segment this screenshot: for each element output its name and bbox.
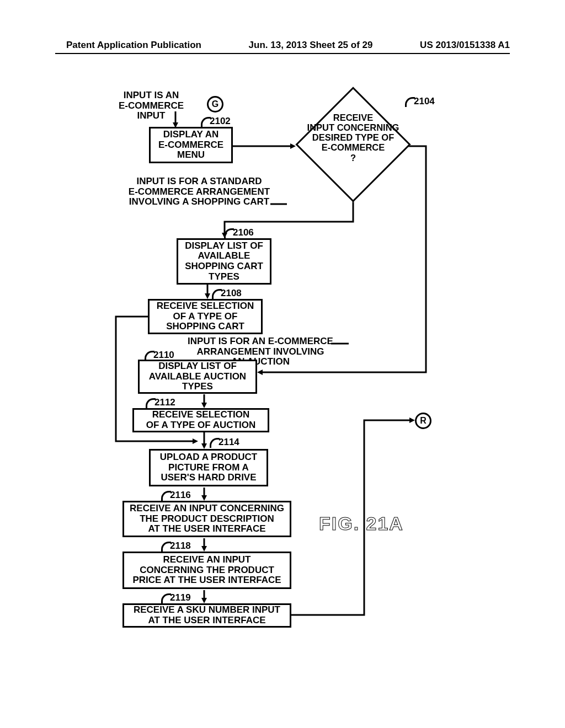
- ref-2106: 2106: [233, 227, 254, 238]
- hook-2106: [224, 228, 234, 238]
- hook-2112: [146, 398, 156, 408]
- box-2114: UPLOAD A PRODUCT PICTURE FROM A USER'S H…: [149, 449, 268, 486]
- box-2118: RECEIVE AN INPUT CONCERNING THE PRODUCT …: [122, 552, 291, 589]
- header-center: Jun. 13, 2013 Sheet 25 of 29: [249, 40, 373, 51]
- figure-label: FIG. 21A: [319, 513, 404, 534]
- hook-2104: [405, 97, 415, 107]
- box-2102: DISPLAY AN E-COMMERCE MENU: [149, 127, 233, 163]
- label-input-ecommerce: INPUT IS AN E-COMMERCE INPUT: [113, 90, 190, 121]
- decision-2104: RECEIVE INPUT CONCERNING DESIRED TYPE OF…: [295, 100, 411, 189]
- page-header: Patent Application Publication Jun. 13, …: [0, 40, 565, 51]
- hook-2118: [161, 542, 171, 552]
- ref-2104: 2104: [414, 96, 435, 107]
- svg-marker-20: [409, 417, 415, 423]
- header-rule: [55, 53, 510, 54]
- hook-2110: [145, 351, 154, 361]
- ref-2114: 2114: [218, 437, 239, 448]
- hook-2119: [161, 593, 171, 603]
- svg-marker-13: [193, 438, 198, 444]
- ref-2112: 2112: [154, 397, 175, 408]
- label-input-standard: INPUT IS FOR A STANDARD E-COMMERCE ARRAN…: [119, 176, 279, 207]
- box-2119: RECEIVE A SKU NUMBER INPUT AT THE USER I…: [122, 603, 291, 628]
- box-2112: RECEIVE SELECTION OF A TYPE OF AUCTION: [132, 408, 269, 432]
- svg-marker-15: [201, 495, 207, 501]
- diamond-text: RECEIVE INPUT CONCERNING DESIRED TYPE OF…: [295, 113, 411, 163]
- hook-2114: [210, 438, 220, 448]
- connector-r: R: [415, 413, 431, 429]
- ref-2119: 2119: [170, 592, 191, 603]
- hook-2116: [161, 491, 171, 501]
- ref-2116: 2116: [170, 490, 191, 501]
- ref-2118: 2118: [170, 540, 191, 552]
- svg-marker-7: [257, 370, 263, 375]
- ref-2110: 2110: [153, 350, 174, 361]
- header-right: US 2013/0151338 A1: [420, 40, 510, 51]
- connector-g: G: [207, 96, 223, 113]
- box-2108: RECEIVE SELECTION OF A TYPE OF SHOPPING …: [148, 299, 263, 334]
- page: Patent Application Publication Jun. 13, …: [0, 0, 565, 728]
- svg-marker-19: [201, 598, 207, 603]
- box-2110: DISPLAY LIST OF AVAILABLE AUCTION TYPES: [138, 360, 257, 394]
- box-2116: RECEIVE AN INPUT CONCERNING THE PRODUCT …: [122, 501, 291, 537]
- hook-2108: [212, 289, 222, 299]
- box-2106: DISPLAY LIST OF AVAILABLE SHOPPING CART …: [177, 238, 271, 285]
- svg-marker-6: [205, 293, 210, 299]
- svg-marker-12: [201, 443, 207, 449]
- hook-2102: [201, 117, 211, 127]
- ref-2108: 2108: [221, 288, 242, 299]
- svg-marker-10: [201, 403, 207, 408]
- connector-r-label: R: [420, 416, 427, 426]
- svg-marker-17: [201, 546, 207, 552]
- flowchart: G INPUT IS AN E-COMMERCE INPUT DISPLAY A…: [55, 94, 510, 684]
- header-left: Patent Application Publication: [66, 40, 201, 51]
- ref-2102: 2102: [210, 116, 231, 127]
- connector-g-label: G: [212, 99, 218, 109]
